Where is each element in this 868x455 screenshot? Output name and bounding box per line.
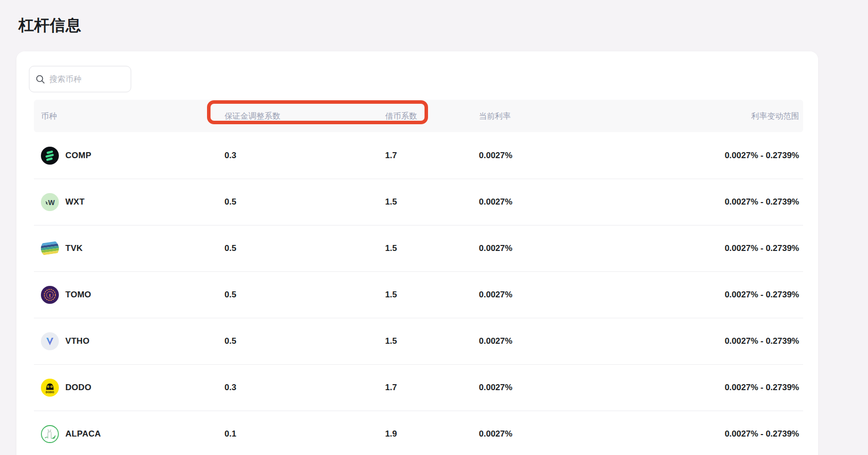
coin-symbol: WXT <box>65 197 85 207</box>
leverage-info-page: 杠杆信息 币种 保证金调整系数 借币系数 当前利率 利率变动范围 <box>0 0 868 455</box>
margin-factor-value: 0.5 <box>224 290 236 300</box>
column-header-margin: 保证金调整系数 <box>224 111 280 121</box>
current-rate-value: 0.0027% <box>479 383 512 393</box>
coin-symbol: ALPACA <box>65 429 101 439</box>
vtho-icon <box>41 332 59 350</box>
column-header-coin: 币种 <box>41 111 57 121</box>
column-header-borrow: 借币系数 <box>385 111 417 121</box>
rate-range-value: 0.0027% - 0.2739% <box>725 197 799 207</box>
rate-range-value: 0.0027% - 0.2739% <box>725 336 799 346</box>
coin-cell: VTHO <box>41 332 89 350</box>
svg-text:DODO: DODO <box>46 391 54 394</box>
rate-range-value: 0.0027% - 0.2739% <box>725 151 799 161</box>
table-body: COMP 0.3 1.7 0.0027% 0.0027% - 0.2739% W… <box>34 132 803 455</box>
current-rate-value: 0.0027% <box>479 336 512 346</box>
borrow-factor-value: 1.5 <box>385 197 397 207</box>
coin-cell: COMP <box>41 147 91 165</box>
svg-text:W: W <box>48 199 55 207</box>
search-input[interactable] <box>49 75 125 84</box>
coin-symbol: COMP <box>65 151 91 161</box>
table-row: ALPACA 0.1 1.9 0.0027% 0.0027% - 0.2739% <box>34 411 803 455</box>
search-box[interactable] <box>29 66 131 92</box>
coin-symbol: TOMO <box>65 290 91 300</box>
borrow-factor-value: 1.5 <box>385 290 397 300</box>
search-icon <box>35 74 45 84</box>
leverage-table-card: 币种 保证金调整系数 借币系数 当前利率 利率变动范围 COMP 0.3 1.7… <box>16 51 818 455</box>
column-header-rate: 当前利率 <box>479 111 511 121</box>
borrow-factor-value: 1.5 <box>385 336 397 346</box>
rate-range-value: 0.0027% - 0.2739% <box>725 243 799 253</box>
coin-symbol: TVK <box>65 243 83 253</box>
table-row: t TOMO 0.5 1.5 0.0027% 0.0027% - 0.2739% <box>34 271 803 318</box>
borrow-factor-value: 1.7 <box>385 151 397 161</box>
table-row: DODO DODO 0.3 1.7 0.0027% 0.0027% - 0.27… <box>34 364 803 411</box>
tomo-icon: t <box>41 286 59 304</box>
column-header-range: 利率变动范围 <box>751 111 799 121</box>
table-row: W WXT 0.5 1.5 0.0027% 0.0027% - 0.2739% <box>34 179 803 225</box>
comp-icon <box>41 147 59 165</box>
coin-cell: t TOMO <box>41 286 91 304</box>
margin-factor-value: 0.5 <box>224 336 236 346</box>
coin-symbol: DODO <box>65 383 91 393</box>
margin-factor-value: 0.1 <box>224 429 236 439</box>
current-rate-value: 0.0027% <box>479 290 512 300</box>
current-rate-value: 0.0027% <box>479 151 512 161</box>
table-row: COMP 0.3 1.7 0.0027% 0.0027% - 0.2739% <box>34 132 803 179</box>
coin-symbol: VTHO <box>65 336 89 346</box>
rate-range-value: 0.0027% - 0.2739% <box>725 429 799 439</box>
table-row: TVK 0.5 1.5 0.0027% 0.0027% - 0.2739% <box>34 225 803 271</box>
margin-factor-value: 0.3 <box>224 151 236 161</box>
alpaca-icon <box>41 425 59 443</box>
coin-cell: ALPACA <box>41 425 101 443</box>
borrow-factor-value: 1.7 <box>385 383 397 393</box>
margin-factor-value: 0.5 <box>224 197 236 207</box>
borrow-factor-value: 1.5 <box>385 243 397 253</box>
current-rate-value: 0.0027% <box>479 429 512 439</box>
rate-range-value: 0.0027% - 0.2739% <box>725 383 799 393</box>
wxt-icon: W <box>41 193 59 211</box>
margin-factor-value: 0.5 <box>224 243 236 253</box>
current-rate-value: 0.0027% <box>479 197 512 207</box>
coin-cell: TVK <box>41 239 83 257</box>
table-header: 币种 保证金调整系数 借币系数 当前利率 利率变动范围 <box>34 100 803 132</box>
coin-cell: W WXT <box>41 193 85 211</box>
current-rate-value: 0.0027% <box>479 243 512 253</box>
tvk-icon <box>41 239 59 257</box>
page-title: 杠杆信息 <box>18 15 81 36</box>
rate-range-value: 0.0027% - 0.2739% <box>725 290 799 300</box>
table-row: VTHO 0.5 1.5 0.0027% 0.0027% - 0.2739% <box>34 318 803 364</box>
borrow-factor-value: 1.9 <box>385 429 397 439</box>
dodo-icon: DODO <box>41 379 59 397</box>
margin-factor-value: 0.3 <box>224 383 236 393</box>
coin-cell: DODO DODO <box>41 379 91 397</box>
